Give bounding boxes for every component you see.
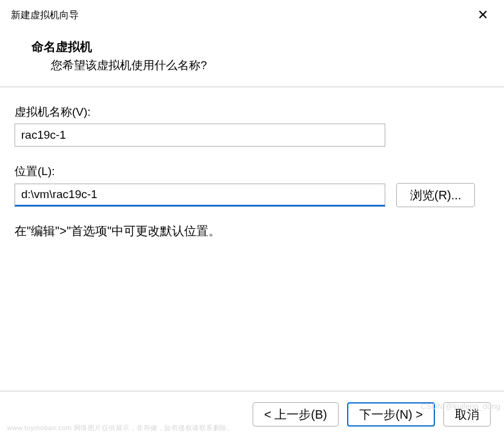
vm-name-label: 虚拟机名称(V): xyxy=(15,104,489,120)
browse-button[interactable]: 浏览(R)... xyxy=(396,183,475,207)
titlebar: 新建虚拟机向导 ✕ xyxy=(0,0,504,30)
close-icon[interactable]: ✕ xyxy=(472,6,493,24)
location-group: 位置(L): 浏览(R)... xyxy=(15,164,489,207)
watermark-right: CSDN @kuifeng_dong xyxy=(420,402,500,411)
location-input[interactable] xyxy=(15,184,385,207)
hint-text: 在"编辑">"首选项"中可更改默认位置。 xyxy=(15,223,489,239)
page-subtitle: 您希望该虚拟机使用什么名称? xyxy=(31,58,504,73)
location-row: 浏览(R)... xyxy=(15,183,489,207)
wizard-header: 命名虚拟机 您希望该虚拟机使用什么名称? xyxy=(0,30,504,87)
location-label: 位置(L): xyxy=(15,164,489,179)
window-title: 新建虚拟机向导 xyxy=(11,9,79,22)
back-button[interactable]: < 上一步(B) xyxy=(253,402,339,427)
vm-name-input[interactable] xyxy=(15,124,385,147)
content-area: 虚拟机名称(V): 位置(L): 浏览(R)... 在"编辑">"首选项"中可更… xyxy=(0,87,504,239)
page-title: 命名虚拟机 xyxy=(31,39,504,55)
vm-name-group: 虚拟机名称(V): xyxy=(15,104,489,147)
watermark-left: www.toymoban.com 网络图片仅供展示，非存储，如有侵权请联系删除。 xyxy=(7,423,234,433)
